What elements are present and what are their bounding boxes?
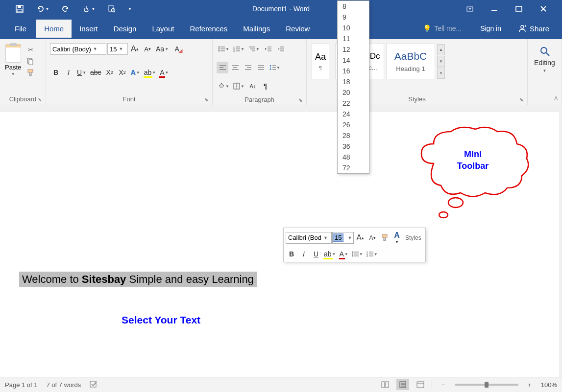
sort-button[interactable]: A↓ [247,80,259,92]
align-left-button[interactable] [217,62,228,73]
print-preview-button[interactable] [102,2,122,16]
touch-mode-button[interactable]: ▼ [76,2,101,16]
justify-button[interactable] [255,62,267,73]
page-indicator[interactable]: Page 1 of 1 [5,381,38,389]
mini-size-combo[interactable]: 15▼ [332,232,354,244]
web-layout-button[interactable] [414,379,427,390]
size-option[interactable]: 8 [338,1,369,12]
zoom-slider[interactable] [455,384,518,386]
word-count[interactable]: 7 of 7 words [47,381,81,389]
size-option[interactable]: 24 [338,109,369,119]
maximize-button[interactable] [509,2,529,16]
size-option[interactable]: 14 [338,55,369,66]
mini-font-color[interactable]: A▼ [338,248,350,260]
cut-button[interactable]: ✂ [25,44,36,55]
size-option[interactable]: 72 [338,162,369,173]
clipboard-dialog-launcher[interactable]: ⬊ [38,97,42,102]
size-option[interactable]: 11 [338,33,369,44]
size-option[interactable]: 28 [338,130,369,141]
multilevel-list-button[interactable]: ▼ [247,43,261,55]
size-option[interactable]: 48 [338,152,369,162]
shading-button[interactable]: ▼ [217,80,231,92]
borders-button[interactable]: ▼ [232,80,246,92]
save-button[interactable] [10,2,29,16]
mini-numbering[interactable]: 123▼ [365,248,379,260]
highlight-button[interactable]: ab▼ [143,67,158,78]
align-right-button[interactable] [242,62,254,73]
font-color-button[interactable]: A▼ [158,67,170,78]
mini-italic[interactable]: I [298,248,310,260]
zoom-level[interactable]: 100% [541,381,557,389]
subscript-button[interactable]: X2 [104,67,116,78]
clear-formatting-button[interactable]: A◢ [171,43,183,55]
document-page[interactable]: Welcome to Sitesbay Simple and easy Lear… [0,112,559,377]
numbering-button[interactable]: 123▼ [232,43,246,55]
size-option[interactable]: 12 [338,44,369,55]
style-normal[interactable]: Aa ¶ [312,43,329,79]
zoom-in-button[interactable]: + [523,379,536,390]
size-option[interactable]: 20 [338,87,369,98]
zoom-out-button[interactable]: − [437,379,450,390]
mini-underline[interactable]: U [310,248,322,260]
format-painter-button[interactable] [25,68,36,78]
tab-file[interactable]: File [5,20,36,38]
size-option[interactable]: 22 [338,98,369,109]
grow-font-button[interactable]: A▴ [129,43,141,55]
increase-indent-button[interactable] [275,43,287,55]
text-effects-button[interactable]: A▼ [129,67,142,78]
underline-button[interactable]: U▼ [75,67,88,78]
mini-bold[interactable]: B [286,248,297,260]
qat-customize[interactable]: ▼ [122,2,137,16]
paragraph-dialog-launcher[interactable]: ⬊ [298,97,302,103]
styles-dialog-launcher[interactable]: ⬊ [519,97,523,102]
share-button[interactable]: Share [510,20,557,37]
bullets-button[interactable]: ▼ [217,43,231,55]
size-option[interactable]: 18 [338,76,369,87]
align-center-button[interactable] [229,62,241,73]
proofing-icon[interactable] [90,380,98,390]
decrease-indent-button[interactable] [262,43,274,55]
close-button[interactable] [534,2,553,16]
superscript-button[interactable]: X2 [117,67,128,78]
paste-button[interactable]: Paste ▼ [3,41,23,79]
tab-review[interactable]: Review [278,20,318,38]
font-name-combo[interactable]: Calibri (Body)▼ [50,43,106,55]
print-layout-button[interactable] [396,379,409,390]
collapse-ribbon-button[interactable]: ᐱ [554,95,558,102]
change-case-button[interactable]: Aa▼ [154,43,170,55]
tab-design[interactable]: Design [106,20,145,38]
minimize-button[interactable] [485,2,504,16]
sign-in-button[interactable]: Sign in [471,24,510,32]
line-spacing-button[interactable]: ▼ [268,62,282,73]
tab-mailings[interactable]: Mailings [235,20,278,38]
tab-layout[interactable]: Layout [144,20,182,38]
italic-button[interactable]: I [63,67,74,78]
mini-shrink-font[interactable]: A▾ [367,232,378,244]
font-dialog-launcher[interactable]: ⬊ [204,97,208,102]
bold-button[interactable]: B [50,67,62,78]
mini-highlight[interactable]: ab▼ [322,248,338,260]
size-option[interactable]: 10 [338,23,369,33]
mini-styles-button[interactable]: A▼ [391,230,403,245]
shrink-font-button[interactable]: A▾ [142,43,153,55]
mini-format-painter[interactable] [379,232,391,244]
tell-me-search[interactable]: 💡Tell me... [413,24,471,32]
tab-references[interactable]: References [182,20,235,38]
tab-home[interactable]: Home [36,20,72,38]
copy-button[interactable] [25,56,36,67]
read-mode-button[interactable] [379,379,391,390]
size-option[interactable]: 9 [338,12,369,23]
size-option[interactable]: 26 [338,119,369,130]
ribbon-display-button[interactable] [460,2,480,16]
mini-font-combo[interactable]: Calibri (Bod▼ [286,232,332,244]
editing-button[interactable]: Editing ▼ [532,41,557,78]
undo-button[interactable]: ▼ [30,2,55,16]
redo-button[interactable] [56,2,75,16]
style-heading-1[interactable]: AaBbC Heading 1 [386,43,435,79]
size-option[interactable]: 16 [338,66,369,76]
size-option[interactable]: 36 [338,141,369,152]
styles-gallery-more[interactable]: ▲ ▼ ▾ [437,44,445,79]
tab-insert[interactable]: Insert [72,20,106,38]
mini-grow-font[interactable]: A▴ [354,232,366,244]
show-marks-button[interactable]: ¶ [260,80,271,92]
